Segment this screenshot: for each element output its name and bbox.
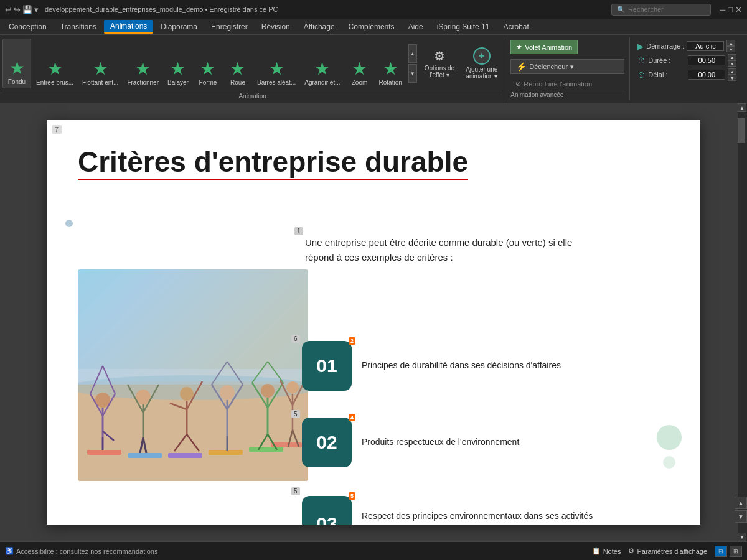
declencheur-label: Déclencheur — [529, 63, 568, 70]
plus-circle-icon: + — [473, 47, 491, 65]
criterion-1-number: 01 2 — [302, 341, 352, 391]
svg-point-24 — [180, 387, 194, 401]
menu-affichage[interactable]: Affichage — [298, 21, 341, 33]
search-input[interactable] — [628, 6, 703, 13]
save-button[interactable]: 💾 — [22, 5, 32, 14]
undo-redo-group: ↩ ↪ 💾 ▾ — [5, 5, 39, 14]
menu-enregistrer[interactable]: Enregistrer — [205, 21, 254, 33]
timing-section: ▶ Démarrage : ▲ ▼ ⏱ Durée : ▲ ▼ — [630, 37, 744, 100]
animation-rotation[interactable]: ★ Rotation — [375, 39, 406, 88]
duree-spin-up[interactable]: ▲ — [728, 54, 736, 60]
demarrage-value[interactable] — [687, 41, 724, 51]
zoom-label: Zoom — [352, 79, 368, 86]
scroll-down-arrow[interactable]: ▼ — [738, 533, 746, 541]
animation-entree-brus[interactable]: ★ Entrée brus... — [32, 39, 77, 88]
ajouter-label: Ajouter uneanimation ▾ — [466, 66, 497, 80]
scroll-up-arrow[interactable]: ▲ — [738, 103, 746, 112]
animation-fractionner[interactable]: ★ Fractionner — [123, 39, 162, 88]
slide-prev-btn[interactable]: ▲ — [735, 497, 747, 509]
slide: 7 Critères d'entreprise durable 1 Une en… — [47, 120, 700, 525]
animation-section-title: Animation — [2, 91, 502, 101]
animation-flottant[interactable]: ★ Flottant ent... — [78, 39, 122, 88]
animation-buttons-row: ★ Fondu ★ Entrée brus... ★ Flottant ent.… — [2, 39, 502, 91]
anim-badge-6: 6 — [291, 335, 300, 343]
declencheur-btn[interactable]: ⚡ Déclencheur ▾ — [510, 59, 624, 74]
scroll-thumb[interactable] — [738, 118, 745, 143]
duree-row: ⏱ Durée : ▲ ▼ — [637, 54, 736, 67]
forme-label: Forme — [199, 79, 217, 86]
duree-spin-down[interactable]: ▼ — [728, 60, 736, 67]
ribbon: ★ Fondu ★ Entrée brus... ★ Flottant ent.… — [0, 35, 747, 103]
volet-animation-btn[interactable]: ★ Volet Animation — [510, 40, 578, 54]
view-grid-btn[interactable]: ⊞ — [730, 546, 742, 557]
slide-number: 7 — [52, 125, 62, 134]
animation-avancee-section: ★ Volet Animation ⚡ Déclencheur ▾ ⊘ Repr… — [505, 37, 630, 100]
ajouter-animation-btn[interactable]: + Ajouter uneanimation ▾ — [461, 47, 502, 80]
criterion-2: 02 4 Produits respectueux de l'environne… — [302, 418, 519, 467]
agrandir-label: Agrandir et... — [304, 79, 340, 86]
notes-button[interactable]: 📋 Notes — [592, 547, 621, 555]
animation-zoom[interactable]: ★ Zoom — [345, 39, 374, 88]
menu-bar: Conception Transitions Animations Diapor… — [0, 19, 747, 35]
svg-point-45 — [286, 381, 299, 394]
duree-value[interactable] — [688, 55, 725, 65]
svg-point-37 — [261, 384, 275, 398]
close-button[interactable]: ✕ — [735, 5, 742, 14]
yoga-image — [78, 269, 308, 481]
rotation-star: ★ — [383, 60, 398, 78]
dropdown-icon[interactable]: ▾ — [34, 5, 39, 14]
menu-acrobat[interactable]: Acrobat — [497, 21, 535, 33]
demarrage-spin-up[interactable]: ▲ — [726, 40, 735, 46]
menu-aide[interactable]: Aide — [402, 21, 430, 33]
animation-roue[interactable]: ★ Roue — [223, 39, 252, 88]
options-label: Options del'effet ▾ — [425, 65, 454, 78]
maximize-button[interactable]: □ — [728, 5, 733, 14]
yoga-svg — [78, 269, 308, 481]
flottant-label: Flottant ent... — [82, 79, 118, 86]
animation-fondu[interactable]: ★ Fondu — [2, 39, 31, 88]
animation-section: ★ Fondu ★ Entrée brus... ★ Flottant ent.… — [0, 37, 505, 100]
reproduire-btn: ⊘ Reproduire l'animation — [510, 78, 624, 90]
animation-forme[interactable]: ★ Forme — [194, 39, 222, 88]
agrandir-star: ★ — [314, 60, 330, 78]
redo-button[interactable]: ↪ — [14, 5, 21, 14]
demarrage-icon: ▶ — [637, 42, 644, 51]
balayer-star: ★ — [170, 60, 186, 78]
fractionner-label: Fractionner — [127, 79, 159, 86]
menu-conception[interactable]: Conception — [2, 21, 53, 33]
undo-button[interactable]: ↩ — [5, 5, 12, 14]
entree-star: ★ — [47, 60, 63, 78]
animation-agrandir[interactable]: ★ Agrandir et... — [301, 39, 344, 88]
title-bar: ↩ ↪ 💾 ▾ developpement_durable_entreprise… — [0, 0, 747, 19]
menu-ispring[interactable]: iSpring Suite 11 — [431, 21, 496, 33]
slide-area: 7 Critères d'entreprise durable 1 Une en… — [0, 103, 747, 541]
demarrage-spin-down[interactable]: ▼ — [726, 46, 735, 52]
delai-spin-down[interactable]: ▼ — [728, 75, 736, 81]
delai-spin-up[interactable]: ▲ — [728, 68, 736, 75]
menu-diaporama[interactable]: Diaporama — [154, 21, 204, 33]
criterion-1-text: Principes de durabilité dans ses décisio… — [362, 360, 561, 372]
minimize-button[interactable]: ─ — [720, 5, 725, 14]
delai-value[interactable] — [688, 70, 725, 80]
menu-animations[interactable]: Animations — [104, 20, 153, 34]
svg-rect-0 — [78, 269, 308, 381]
menu-revision[interactable]: Révision — [255, 21, 296, 33]
menu-transitions[interactable]: Transitions — [54, 21, 103, 33]
notes-icon: 📋 — [592, 547, 601, 555]
view-normal-btn[interactable]: ⊟ — [715, 546, 727, 557]
options-effet-btn[interactable]: ⚙ Options del'effet ▾ — [420, 49, 459, 78]
scroll-down-btn[interactable]: ▼ — [408, 64, 417, 83]
slide-title-text: Critères d'entreprise durable — [78, 146, 468, 178]
animation-barres[interactable]: ★ Barres aléat... — [253, 39, 299, 88]
svg-rect-5 — [128, 453, 162, 458]
criterion-3-text: Respect des principes environnementaux d… — [362, 510, 593, 525]
scroll-up-btn[interactable]: ▲ — [408, 44, 417, 63]
menu-complements[interactable]: Compléments — [342, 21, 401, 33]
animation-balayer[interactable]: ★ Balayer — [164, 39, 192, 88]
accessibility-text: Accessibilité : consultez nos recommanda… — [16, 548, 157, 555]
criterion-3: 03 5 Respect des principes environnement… — [302, 493, 593, 525]
search-bar[interactable]: 🔍 — [611, 4, 711, 16]
slide-next-btn[interactable]: ▼ — [735, 510, 747, 523]
parametres-button[interactable]: ⚙ Paramètres d'affichage — [628, 547, 707, 555]
barres-label: Barres aléat... — [257, 79, 296, 86]
